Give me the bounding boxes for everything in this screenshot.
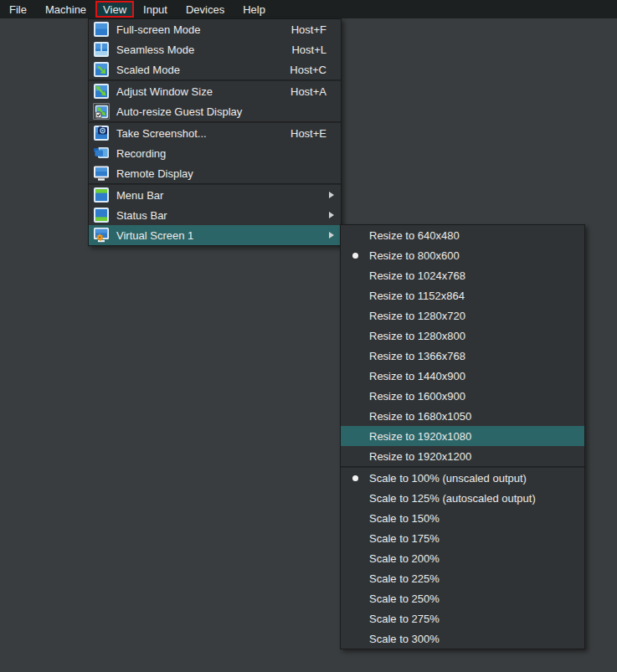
submenu-item-label: Scale to 150% [369,512,440,525]
menu-item-label: Full-screen Mode [116,23,200,36]
submenu-item-resize-1920x1080[interactable]: Resize to 1920x1080 [341,426,584,446]
menu-item-remote-display[interactable]: Remote Display [89,163,341,183]
menu-item-adjust-window-size[interactable]: Adjust Window Size Host+A [89,81,341,101]
menubar-item-label: View [103,3,126,16]
submenu-item-scale-250[interactable]: Scale to 250% [341,588,584,608]
scaled-icon [93,61,110,78]
submenu-item-scale-125[interactable]: Scale to 125% (autoscaled output) [341,488,584,508]
submenu-item-label: Scale to 125% (autoscaled output) [369,492,536,505]
submenu-arrow-icon [329,232,334,239]
menu-item-virtual-screen-1[interactable]: Virtual Screen 1 [89,225,341,245]
submenu-item-label: Resize to 640x480 [369,229,460,242]
radio-selected-icon [352,253,358,259]
submenu-item-scale-200[interactable]: Scale to 200% [341,548,584,568]
submenu-item-resize-1600x900[interactable]: Resize to 1600x900 [341,386,584,406]
submenu-item-label: Resize to 1280x720 [369,310,465,322]
submenu-item-label: Resize to 1366x768 [369,350,465,362]
menu-item-label: Scaled Mode [116,64,180,76]
submenu-arrow-icon [329,212,334,218]
remote-display-icon-slot [93,165,110,182]
menu-item-auto-resize-guest-display[interactable]: Auto-resize Guest Display [89,101,341,121]
menubar-item-label: File [9,3,27,16]
menubar-item-label: Help [243,3,265,16]
submenu-item-label: Scale to 200% [369,552,440,565]
menu-item-seamless-mode[interactable]: Seamless Mode Host+L [89,39,341,59]
menubar-item-help[interactable]: Help [234,1,275,18]
submenu-item-label: Resize to 1680x1050 [369,410,471,423]
submenu-item-scale-100[interactable]: Scale to 100% (unscaled output) [341,468,584,488]
radio-slot [341,475,369,481]
radio-slot [341,253,369,259]
menu-item-label: Take Screenshot... [116,127,207,140]
menu-item-shortcut: Host+A [291,85,326,98]
submenu-item-scale-175[interactable]: Scale to 175% [341,528,584,548]
menu-item-label: Seamless Mode [116,44,194,56]
submenu-item-label: Resize to 1152x864 [369,290,465,302]
submenu-item-label: Resize to 1440x900 [369,370,465,382]
menu-item-label: Menu Bar [116,189,163,202]
virtual-screen-icon [93,227,110,244]
menu-item-fullscreen-mode[interactable]: Full-screen Mode Host+F [89,19,341,39]
status-bar-icon-slot [93,207,110,223]
submenu-item-label: Resize to 1280x800 [369,330,465,342]
virtualbox-window: { "menubar": { "items": [ {"id": "file",… [0,0,617,672]
fullscreen-icon [93,21,110,38]
menubar-item-devices[interactable]: Devices [177,1,234,18]
submenu-item-resize-1920x1200[interactable]: Resize to 1920x1200 [341,446,584,466]
seamless-icon-slot [93,41,110,58]
menubar: FileMachineViewInputDevicesHelp [0,0,617,18]
submenu-item-label: Scale to 100% (unscaled output) [369,472,527,485]
submenu-item-label: Scale to 275% [369,613,440,625]
auto-resize-icon [95,105,109,119]
submenu-item-scale-150[interactable]: Scale to 150% [341,508,584,528]
menu-item-label: Status Bar [116,209,167,222]
submenu-item-resize-1440x900[interactable]: Resize to 1440x900 [341,366,584,386]
menu-item-scaled-mode[interactable]: Scaled Mode Host+C [89,59,341,80]
remote-display-icon [93,165,110,182]
menu-item-menu-bar[interactable]: Menu Bar [89,185,341,205]
menu-item-status-bar[interactable]: Status Bar [89,205,341,225]
menubar-item-input[interactable]: Input [134,1,177,18]
submenu-item-label: Resize to 1024x768 [369,269,465,282]
scaled-icon-slot [93,61,110,78]
menu-bar-icon [93,187,110,203]
menubar-item-view[interactable]: View [95,1,134,18]
screenshot-icon-slot [93,125,110,141]
submenu-arrow-icon [329,192,334,198]
submenu-item-resize-1280x720[interactable]: Resize to 1280x720 [341,305,584,326]
submenu-item-label: Resize to 800x600 [369,249,460,262]
menu-item-shortcut: Host+L [291,44,326,56]
submenu-item-resize-1152x864[interactable]: Resize to 1152x864 [341,285,584,305]
radio-selected-icon [352,475,358,481]
menubar-item-machine[interactable]: Machine [36,1,95,18]
menu-item-shortcut: Host+F [291,23,326,36]
seamless-icon [93,41,110,58]
submenu-item-resize-640x480[interactable]: Resize to 640x480 [341,225,584,245]
menu-item-label: Virtual Screen 1 [116,229,193,242]
submenu-item-label: Scale to 225% [369,572,440,585]
submenu-item-resize-1280x800[interactable]: Resize to 1280x800 [341,326,584,346]
menu-bar-icon-slot [93,187,110,203]
menubar-item-file[interactable]: File [0,1,36,18]
menu-item-take-screenshot[interactable]: Take Screenshot... Host+E [89,123,341,143]
submenu-item-label: Resize to 1600x900 [369,390,465,403]
submenu-item-label: Scale to 300% [369,633,440,645]
virtual-screen-icon-slot [93,227,110,244]
submenu-item-resize-1680x1050[interactable]: Resize to 1680x1050 [341,406,584,426]
menu-item-label: Remote Display [116,167,193,180]
menubar-item-label: Input [143,3,167,16]
submenu-item-scale-300[interactable]: Scale to 300% [341,628,584,649]
menu-item-shortcut: Host+E [291,127,326,140]
submenu-item-scale-225[interactable]: Scale to 225% [341,568,584,588]
menu-item-recording[interactable]: Recording [89,143,341,163]
auto-resize-icon-slot [93,103,110,120]
submenu-item-resize-800x600[interactable]: Resize to 800x600 [341,245,584,265]
submenu-item-resize-1366x768[interactable]: Resize to 1366x768 [341,346,584,366]
menu-item-label: Auto-resize Guest Display [116,105,242,118]
menu-item-label: Recording [116,147,166,160]
menu-item-label: Adjust Window Size [116,85,213,98]
submenu-item-resize-1024x768[interactable]: Resize to 1024x768 [341,265,584,285]
submenu-item-scale-275[interactable]: Scale to 275% [341,608,584,628]
submenu-item-label: Resize to 1920x1080 [369,430,471,443]
menubar-item-label: Machine [45,3,86,16]
